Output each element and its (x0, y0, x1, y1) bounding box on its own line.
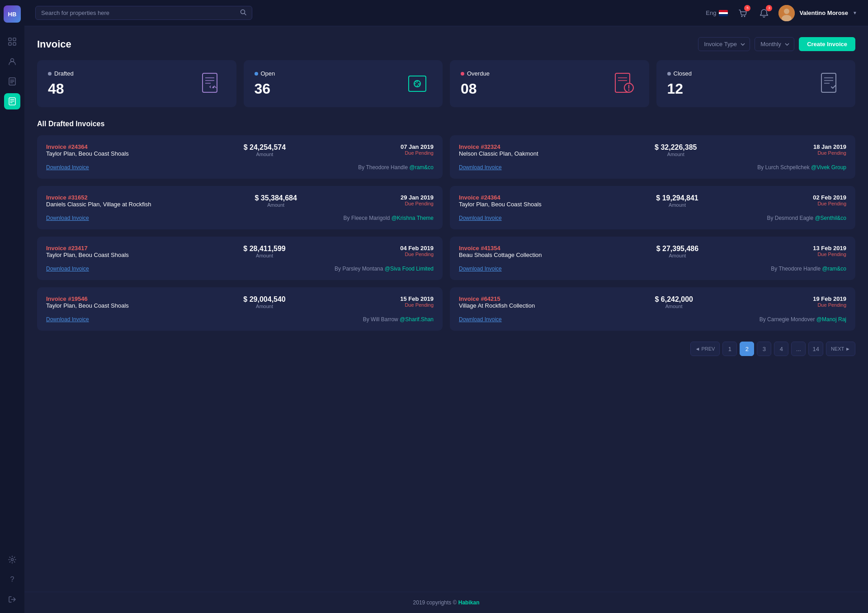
svg-rect-37 (821, 73, 836, 92)
invoice-amount: $ 28,411,599 (243, 245, 285, 253)
page-title: Invoice (37, 38, 71, 50)
stat-count-overdue: 08 (461, 81, 490, 97)
notification-button[interactable]: 3 (757, 6, 771, 20)
pagination-page[interactable]: 1 (722, 342, 737, 356)
footer-text: 2019 copyrights © (413, 599, 457, 606)
invoice-card: Invoice #41354 Beau Shoals Cottage Colle… (450, 237, 855, 280)
pagination-page[interactable]: 14 (808, 342, 823, 356)
invoice-card: Invoice #24364 Taylor Plan, Beou Coast S… (37, 135, 443, 179)
user-name: Valentino Morose (799, 10, 848, 16)
invoice-due: Due Pending (401, 150, 434, 156)
stat-icon-overdue (609, 69, 638, 98)
invoice-amount: $ 29,004,540 (243, 295, 285, 304)
invoice-amount: $ 24,254,574 (244, 143, 286, 152)
invoice-number: Invoice #19546 (46, 295, 129, 302)
invoice-property: Taylor Plan, Beou Coast Shoals (46, 150, 129, 157)
invoice-by: By Theodore Handle @ram&co (358, 164, 434, 171)
search-box[interactable] (35, 6, 252, 20)
sidebar-item-invoice[interactable] (4, 93, 20, 109)
period-select[interactable]: Monthly Weekly Yearly (755, 37, 794, 51)
invoice-amount-label: Amount (656, 202, 698, 208)
stat-card-drafted: Drafted 48 (37, 60, 236, 107)
pagination-next[interactable]: NEXT ► (826, 342, 855, 356)
download-invoice-link[interactable]: Download Invoice (459, 266, 502, 272)
stat-dot-overdue (461, 72, 464, 76)
invoice-amount-label: Amount (255, 202, 297, 208)
sidebar-item-logout[interactable] (4, 591, 20, 608)
invoice-property: Village At Rockfish Collection (459, 302, 535, 309)
flag-icon (719, 10, 728, 16)
invoice-property: Taylor Plan, Beou Coast Shoals (459, 201, 542, 208)
invoice-number: Invoice #24364 (459, 194, 542, 201)
invoice-date: 04 Feb 2019 (400, 245, 434, 252)
download-invoice-link[interactable]: Download Invoice (46, 266, 89, 272)
svg-rect-26 (409, 76, 426, 91)
invoice-by: By Parsley Montana @Siva Food Limited (335, 266, 434, 272)
invoice-amount-label: Amount (244, 152, 286, 157)
sidebar-item-settings[interactable] (4, 551, 20, 568)
app-logo: HB (4, 5, 21, 23)
stat-icon-closed (816, 69, 844, 98)
pagination-page[interactable]: 4 (774, 342, 788, 356)
sidebar-item-help[interactable]: ? (4, 571, 20, 588)
invoice-type-select[interactable]: Invoice Type Standard Pro-forma (698, 37, 750, 51)
invoice-date: 07 Jan 2019 (401, 143, 434, 150)
sidebar-item-grid[interactable] (4, 33, 20, 50)
invoice-date: 18 Jan 2019 (813, 143, 846, 150)
invoice-grid: Invoice #24364 Taylor Plan, Beou Coast S… (37, 135, 855, 331)
svg-line-15 (245, 14, 246, 15)
pagination-page[interactable]: ... (791, 342, 806, 356)
content-area: Invoice Invoice Type Standard Pro-forma … (24, 26, 868, 592)
invoice-by: By Desmond Eagle @Senthil&co (767, 215, 846, 221)
download-invoice-link[interactable]: Download Invoice (46, 215, 89, 221)
invoice-date: 15 Feb 2019 (400, 295, 434, 302)
invoice-number: Invoice #31652 (46, 194, 151, 201)
pagination-prev[interactable]: ◄ PREV (690, 342, 720, 356)
stat-count-drafted: 48 (48, 81, 74, 97)
stat-label-closed: Closed (674, 70, 692, 77)
stat-dot-closed (667, 72, 671, 76)
sidebar-item-document[interactable] (4, 73, 20, 90)
invoice-date: 29 Jan 2019 (401, 194, 434, 201)
invoice-property: Taylor Plan, Beou Coast Shoals (46, 302, 129, 309)
search-icon[interactable] (240, 9, 246, 17)
cart-badge: 5 (744, 5, 750, 11)
download-invoice-link[interactable]: Download Invoice (459, 164, 502, 171)
download-invoice-link[interactable]: Download Invoice (46, 316, 89, 323)
create-invoice-button[interactable]: Create Invoice (799, 37, 855, 51)
invoice-card: Invoice #24364 Taylor Plan, Beou Coast S… (450, 186, 855, 229)
lang-selector[interactable]: Eng (706, 10, 728, 16)
pagination-page[interactable]: 2 (740, 342, 754, 356)
invoice-due: Due Pending (401, 201, 434, 206)
download-invoice-link[interactable]: Download Invoice (459, 215, 502, 221)
stat-card-open: Open 36 (244, 60, 443, 107)
user-menu[interactable]: Valentino Morose ▼ (778, 5, 857, 21)
invoice-by: By Lurch Schpellchek @Vivek Group (757, 164, 846, 171)
invoice-property: Taylor Plan, Beou Coast Shoals (46, 252, 129, 258)
main-wrapper: Eng 5 3 (24, 0, 868, 613)
sidebar-item-person[interactable] (4, 53, 20, 70)
svg-point-19 (784, 9, 789, 14)
invoice-due: Due Pending (813, 302, 846, 308)
download-invoice-link[interactable]: Download Invoice (459, 316, 502, 323)
notif-badge: 3 (766, 5, 772, 11)
invoice-card: Invoice #23417 Taylor Plan, Beou Coast S… (37, 237, 443, 280)
invoice-by: By Fleece Marigold @Krishna Theme (344, 215, 434, 221)
stat-count-open: 36 (255, 81, 275, 97)
download-invoice-link[interactable]: Download Invoice (46, 164, 89, 171)
stat-icon-open (403, 69, 432, 98)
svg-rect-2 (9, 43, 11, 45)
invoice-number: Invoice #64215 (459, 295, 535, 302)
invoice-handle: @Krishna Theme (392, 215, 434, 221)
invoice-by: By Carnegie Mondover @Manoj Raj (760, 316, 846, 323)
footer-brand: Habikan (458, 599, 480, 606)
pagination-page[interactable]: 3 (757, 342, 771, 356)
invoice-handle: @ram&co (822, 266, 846, 272)
invoice-date: 02 Feb 2019 (813, 194, 846, 201)
stat-icon-drafted (197, 69, 226, 98)
stat-label-overdue: Overdue (467, 70, 490, 77)
search-input[interactable] (41, 10, 236, 16)
invoice-property: Nelson Classic Plan, Oakmont (459, 150, 538, 157)
invoice-date: 13 Feb 2019 (813, 245, 846, 252)
cart-button[interactable]: 5 (735, 6, 750, 20)
